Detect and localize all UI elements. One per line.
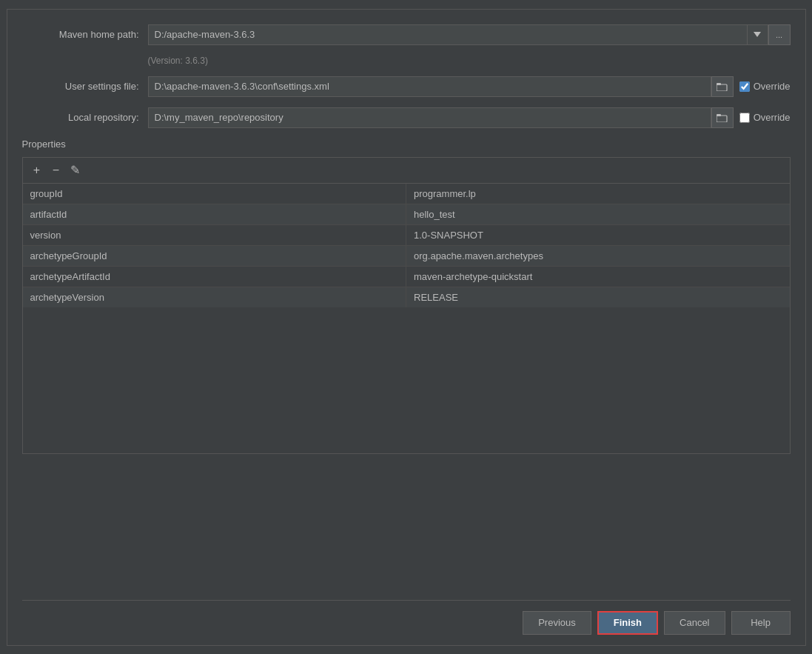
user-settings-browse-btn[interactable]: [711, 76, 734, 97]
svg-rect-4: [717, 114, 721, 116]
add-property-button[interactable]: +: [29, 162, 45, 178]
main-dialog: Maven home path: ... (Version: 3.6.3) Us…: [7, 9, 806, 646]
local-repo-row: Local repository: Override: [22, 107, 791, 128]
properties-toolbar: + − ✎: [23, 158, 790, 184]
help-button[interactable]: Help: [731, 611, 791, 635]
previous-button[interactable]: Previous: [523, 611, 591, 635]
properties-table: groupIdprogrammer.lpartifactIdhello_test…: [23, 184, 790, 307]
property-key: version: [23, 224, 406, 245]
svg-rect-3: [717, 116, 727, 122]
svg-rect-2: [717, 83, 721, 85]
local-repo-override-group: Override: [739, 112, 791, 123]
user-settings-override-group: Override: [739, 81, 791, 92]
property-value: org.apache.maven.archetypes: [406, 245, 790, 266]
user-settings-input[interactable]: [148, 76, 711, 97]
maven-home-label: Maven home path:: [22, 29, 148, 40]
property-value: programmer.lp: [406, 184, 790, 204]
remove-property-button[interactable]: −: [48, 162, 64, 178]
user-settings-label: User settings file:: [22, 81, 148, 92]
maven-home-dropdown-btn[interactable]: [748, 24, 768, 45]
user-settings-override-label: Override: [754, 81, 791, 92]
local-repo-browse-btn[interactable]: [711, 107, 734, 128]
svg-marker-0: [754, 32, 761, 37]
local-repo-override-checkbox[interactable]: [739, 113, 750, 123]
table-row[interactable]: archetypeGroupIdorg.apache.maven.archety…: [23, 245, 790, 266]
maven-home-input-group: ...: [148, 24, 791, 45]
property-key: archetypeVersion: [23, 287, 406, 307]
maven-home-row: Maven home path: ...: [22, 24, 791, 45]
property-key: archetypeGroupId: [23, 245, 406, 266]
empty-area: [22, 454, 791, 600]
properties-container: + − ✎ groupIdprogrammer.lpartifactIdhell…: [22, 157, 791, 454]
local-repo-input-group: Override: [148, 107, 791, 128]
table-row[interactable]: archetypeVersionRELEASE: [23, 287, 790, 307]
table-row[interactable]: artifactIdhello_test: [23, 204, 790, 224]
maven-home-ellipsis-btn[interactable]: ...: [768, 24, 791, 45]
finish-button[interactable]: Finish: [597, 611, 658, 635]
svg-rect-1: [717, 84, 727, 91]
dialog-footer: Previous Finish Cancel Help: [22, 600, 791, 645]
edit-property-button[interactable]: ✎: [67, 162, 84, 178]
user-settings-override-checkbox[interactable]: [739, 81, 750, 92]
maven-version-text: (Version: 3.6.3): [148, 56, 791, 66]
cancel-button[interactable]: Cancel: [664, 611, 725, 635]
local-repo-override-label: Override: [754, 112, 791, 123]
local-repo-label: Local repository:: [22, 112, 148, 123]
maven-home-input[interactable]: [148, 24, 748, 45]
table-row[interactable]: version1.0-SNAPSHOT: [23, 224, 790, 245]
table-row[interactable]: archetypeArtifactIdmaven-archetype-quick…: [23, 266, 790, 287]
property-key: archetypeArtifactId: [23, 266, 406, 287]
properties-section: Properties + − ✎ groupIdprogrammer.lpart…: [22, 139, 791, 454]
user-settings-input-group: Override: [148, 76, 791, 97]
property-key: artifactId: [23, 204, 406, 224]
properties-title: Properties: [22, 139, 791, 150]
local-repo-input[interactable]: [148, 107, 711, 128]
property-value: maven-archetype-quickstart: [406, 266, 790, 287]
table-row[interactable]: groupIdprogrammer.lp: [23, 184, 790, 204]
property-key: groupId: [23, 184, 406, 204]
property-value: hello_test: [406, 204, 790, 224]
main-content: Maven home path: ... (Version: 3.6.3) Us…: [22, 24, 791, 600]
user-settings-row: User settings file: Override: [22, 76, 791, 97]
property-value: RELEASE: [406, 287, 790, 307]
property-value: 1.0-SNAPSHOT: [406, 224, 790, 245]
